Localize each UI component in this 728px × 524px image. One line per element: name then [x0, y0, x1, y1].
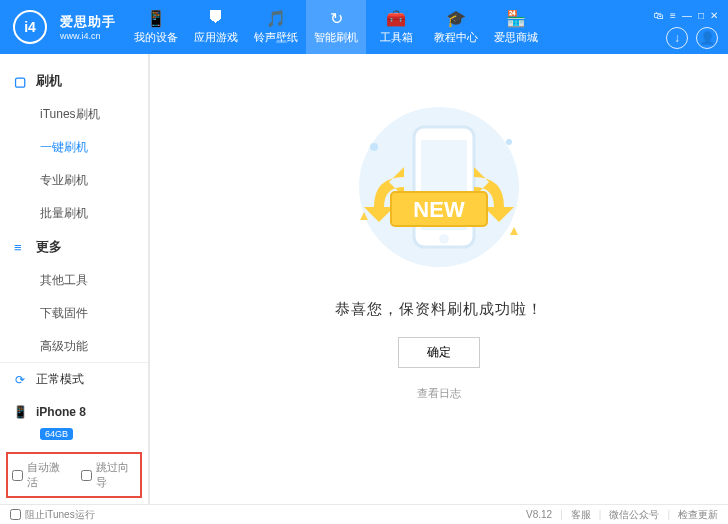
tab-tutorial[interactable]: 🎓教程中心 — [426, 0, 486, 54]
user-button[interactable]: 👤 — [696, 27, 718, 49]
download-button[interactable]: ↓ — [666, 27, 688, 49]
window-controls: 🛍 ≡ — □ ✕ — [654, 6, 718, 21]
block-itunes-label: 阻止iTunes运行 — [25, 508, 95, 522]
svg-point-1 — [370, 143, 378, 151]
sidebar-item-itunes[interactable]: iTunes刷机 — [0, 98, 148, 131]
sidebar-item-other[interactable]: 其他工具 — [0, 264, 148, 297]
main-panel: NEW 恭喜您，保资料刷机成功啦！ 确定 查看日志 — [150, 54, 728, 504]
close-icon[interactable]: ✕ — [710, 10, 718, 21]
device-name: iPhone 8 — [36, 405, 86, 419]
tab-tools[interactable]: 🧰工具箱 — [366, 0, 426, 54]
tab-store[interactable]: 🏪爱思商城 — [486, 0, 546, 54]
version-label: V8.12 — [526, 509, 552, 520]
service-link[interactable]: 客服 — [571, 508, 591, 522]
app-name: 爱思助手 — [60, 13, 116, 31]
mode-label: 正常模式 — [36, 371, 84, 388]
tab-flash[interactable]: ↻智能刷机 — [306, 0, 366, 54]
flash-icon: ↻ — [326, 9, 346, 27]
main-tabs: 📱我的设备 ⛊应用游戏 🎵铃声壁纸 ↻智能刷机 🧰工具箱 🎓教程中心 🏪爱思商城 — [126, 0, 644, 54]
app-body: ▢ 刷机 iTunes刷机 一键刷机 专业刷机 批量刷机 ≡ 更多 其他工具 下… — [0, 54, 728, 504]
svg-point-7 — [439, 234, 449, 244]
sidebar-item-batch[interactable]: 批量刷机 — [0, 197, 148, 230]
ok-button[interactable]: 确定 — [398, 337, 480, 368]
tools-icon: 🧰 — [386, 9, 406, 27]
update-link[interactable]: 检查更新 — [678, 508, 718, 522]
section-flash: ▢ 刷机 — [0, 64, 148, 98]
shop-icon[interactable]: 🛍 — [654, 10, 664, 21]
menu-icon[interactable]: ≡ — [670, 10, 676, 21]
app-url: www.i4.cn — [60, 31, 116, 41]
minimize-icon[interactable]: — — [682, 10, 692, 21]
storage-badge: 64GB — [40, 428, 73, 440]
tab-apps[interactable]: ⛊应用游戏 — [186, 0, 246, 54]
logo-icon: i4 — [13, 10, 47, 44]
device-icon: 📱 — [146, 9, 166, 27]
phone-icon: ▢ — [14, 74, 28, 89]
status-bar: 阻止iTunes运行 V8.12 | 客服 | 微信公众号 | 检查更新 — [0, 504, 728, 524]
maximize-icon[interactable]: □ — [698, 10, 704, 21]
tab-ringtone[interactable]: 🎵铃声壁纸 — [246, 0, 306, 54]
success-message: 恭喜您，保资料刷机成功啦！ — [335, 300, 543, 319]
refresh-icon: ⟳ — [12, 372, 28, 388]
success-illustration: NEW — [319, 92, 559, 282]
device-row[interactable]: 📱 iPhone 8 — [0, 396, 148, 428]
app-logo: i4 — [0, 10, 60, 44]
ringtone-icon: 🎵 — [266, 9, 286, 27]
device-badge-row: 64GB — [0, 428, 148, 448]
apps-icon: ⛊ — [206, 9, 226, 27]
svg-point-2 — [506, 139, 512, 145]
more-icon: ≡ — [14, 240, 28, 255]
sidebar-item-advanced[interactable]: 高级功能 — [0, 330, 148, 362]
footer-right: V8.12 | 客服 | 微信公众号 | 检查更新 — [526, 508, 718, 522]
view-log-link[interactable]: 查看日志 — [417, 386, 461, 401]
mode-row[interactable]: ⟳ 正常模式 — [0, 363, 148, 396]
sidebar-item-oneclick[interactable]: 一键刷机 — [0, 131, 148, 164]
svg-marker-4 — [510, 227, 518, 235]
sidebar-bottom: ⟳ 正常模式 📱 iPhone 8 64GB 自动激活 跳过向导 — [0, 362, 148, 504]
sidebar-item-download[interactable]: 下载固件 — [0, 297, 148, 330]
check-auto-activate[interactable]: 自动激活 — [12, 460, 67, 490]
sidebar-scroll: ▢ 刷机 iTunes刷机 一键刷机 专业刷机 批量刷机 ≡ 更多 其他工具 下… — [0, 54, 148, 362]
section-more: ≡ 更多 — [0, 230, 148, 264]
device-small-icon: 📱 — [12, 404, 28, 420]
sidebar: ▢ 刷机 iTunes刷机 一键刷机 专业刷机 批量刷机 ≡ 更多 其他工具 下… — [0, 54, 150, 504]
block-itunes-check[interactable] — [10, 509, 21, 520]
wechat-link[interactable]: 微信公众号 — [609, 508, 659, 522]
store-icon: 🏪 — [506, 9, 526, 27]
banner-text: NEW — [413, 197, 465, 222]
app-header: i4 爱思助手 www.i4.cn 📱我的设备 ⛊应用游戏 🎵铃声壁纸 ↻智能刷… — [0, 0, 728, 54]
tutorial-icon: 🎓 — [446, 9, 466, 27]
check-skip-guide[interactable]: 跳过向导 — [81, 460, 136, 490]
header-right: 🛍 ≡ — □ ✕ ↓ 👤 — [644, 6, 728, 49]
logo-text: 爱思助手 www.i4.cn — [60, 13, 126, 41]
tab-device[interactable]: 📱我的设备 — [126, 0, 186, 54]
footer-left: 阻止iTunes运行 — [10, 508, 95, 522]
checkbox-group: 自动激活 跳过向导 — [6, 452, 142, 498]
sidebar-item-pro[interactable]: 专业刷机 — [0, 164, 148, 197]
